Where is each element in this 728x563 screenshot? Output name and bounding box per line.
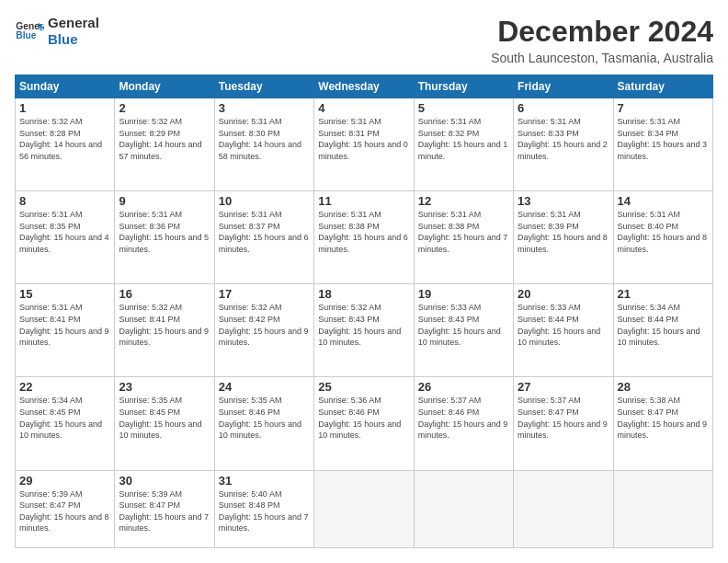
day-number: 29 [19,474,110,488]
logo-blue: Blue [48,31,99,48]
day-info: Sunrise: 5:36 AMSunset: 8:46 PMDaylight:… [318,395,409,441]
day-number: 21 [618,287,709,301]
day-number: 2 [119,101,210,115]
calendar-cell [514,470,613,547]
calendar-cell [314,470,414,547]
page: General Blue General Blue December 2024 … [0,0,728,563]
header-monday: Monday [115,75,214,98]
day-info: Sunrise: 5:31 AMSunset: 8:38 PMDaylight:… [318,209,409,255]
calendar-cell: 2Sunrise: 5:32 AMSunset: 8:29 PMDaylight… [115,98,214,191]
day-number: 20 [518,287,609,301]
day-number: 4 [318,101,409,115]
day-number: 8 [19,194,110,208]
day-number: 28 [618,380,709,394]
header-tuesday: Tuesday [214,75,313,98]
calendar-week-4: 22Sunrise: 5:34 AMSunset: 8:45 PMDayligh… [16,377,713,470]
day-info: Sunrise: 5:35 AMSunset: 8:46 PMDaylight:… [219,395,310,441]
calendar-week-2: 8Sunrise: 5:31 AMSunset: 8:35 PMDaylight… [16,191,713,284]
day-number: 7 [618,101,709,115]
calendar: Sunday Monday Tuesday Wednesday Thursday… [15,75,713,548]
calendar-cell: 10Sunrise: 5:31 AMSunset: 8:37 PMDayligh… [214,191,313,284]
calendar-cell: 6Sunrise: 5:31 AMSunset: 8:33 PMDaylight… [514,98,613,191]
calendar-cell: 27Sunrise: 5:37 AMSunset: 8:47 PMDayligh… [514,377,613,470]
day-number: 14 [618,194,709,208]
calendar-cell: 28Sunrise: 5:38 AMSunset: 8:47 PMDayligh… [613,377,712,470]
day-number: 27 [518,380,609,394]
day-number: 22 [19,380,110,394]
svg-text:Blue: Blue [16,30,36,40]
day-number: 23 [119,380,210,394]
header-saturday: Saturday [613,75,712,98]
day-number: 18 [318,287,409,301]
day-number: 31 [219,474,310,488]
calendar-cell [414,470,513,547]
day-info: Sunrise: 5:38 AMSunset: 8:47 PMDaylight:… [618,395,709,441]
page-title: December 2024 [491,15,713,49]
day-info: Sunrise: 5:34 AMSunset: 8:44 PMDaylight:… [618,302,709,348]
day-number: 5 [418,101,509,115]
day-info: Sunrise: 5:31 AMSunset: 8:38 PMDaylight:… [418,209,509,255]
calendar-cell: 29Sunrise: 5:39 AMSunset: 8:47 PMDayligh… [16,470,115,547]
calendar-cell: 18Sunrise: 5:32 AMSunset: 8:43 PMDayligh… [314,284,414,377]
page-subtitle: South Launceston, Tasmania, Australia [491,51,713,65]
day-info: Sunrise: 5:33 AMSunset: 8:44 PMDaylight:… [518,302,609,348]
calendar-cell: 8Sunrise: 5:31 AMSunset: 8:35 PMDaylight… [16,191,115,284]
title-block: December 2024 South Launceston, Tasmania… [491,15,713,65]
day-info: Sunrise: 5:32 AMSunset: 8:43 PMDaylight:… [318,302,409,348]
day-info: Sunrise: 5:37 AMSunset: 8:46 PMDaylight:… [418,395,509,441]
calendar-header-row: Sunday Monday Tuesday Wednesday Thursday… [16,75,713,98]
calendar-cell: 5Sunrise: 5:31 AMSunset: 8:32 PMDaylight… [414,98,513,191]
calendar-cell: 12Sunrise: 5:31 AMSunset: 8:38 PMDayligh… [414,191,513,284]
day-number: 13 [518,194,609,208]
calendar-cell: 22Sunrise: 5:34 AMSunset: 8:45 PMDayligh… [16,377,115,470]
day-info: Sunrise: 5:34 AMSunset: 8:45 PMDaylight:… [19,395,110,441]
day-info: Sunrise: 5:32 AMSunset: 8:41 PMDaylight:… [119,302,210,348]
day-number: 25 [318,380,409,394]
day-number: 17 [219,287,310,301]
day-number: 3 [219,101,310,115]
calendar-cell: 20Sunrise: 5:33 AMSunset: 8:44 PMDayligh… [514,284,613,377]
day-info: Sunrise: 5:40 AMSunset: 8:48 PMDaylight:… [219,488,310,534]
day-info: Sunrise: 5:31 AMSunset: 8:37 PMDaylight:… [219,209,310,255]
day-info: Sunrise: 5:31 AMSunset: 8:39 PMDaylight:… [518,209,609,255]
day-info: Sunrise: 5:31 AMSunset: 8:30 PMDaylight:… [219,116,310,162]
day-number: 11 [318,194,409,208]
day-number: 26 [418,380,509,394]
day-number: 1 [19,101,110,115]
logo: General Blue General Blue [15,15,99,48]
day-info: Sunrise: 5:31 AMSunset: 8:35 PMDaylight:… [19,209,110,255]
day-number: 16 [119,287,210,301]
day-info: Sunrise: 5:39 AMSunset: 8:47 PMDaylight:… [19,488,110,534]
calendar-week-3: 15Sunrise: 5:31 AMSunset: 8:41 PMDayligh… [16,284,713,377]
day-info: Sunrise: 5:35 AMSunset: 8:45 PMDaylight:… [119,395,210,441]
calendar-cell: 1Sunrise: 5:32 AMSunset: 8:28 PMDaylight… [16,98,115,191]
calendar-cell: 15Sunrise: 5:31 AMSunset: 8:41 PMDayligh… [16,284,115,377]
day-number: 10 [219,194,310,208]
calendar-cell: 26Sunrise: 5:37 AMSunset: 8:46 PMDayligh… [414,377,513,470]
calendar-cell: 4Sunrise: 5:31 AMSunset: 8:31 PMDaylight… [314,98,414,191]
day-number: 30 [119,474,210,488]
calendar-cell: 30Sunrise: 5:39 AMSunset: 8:47 PMDayligh… [115,470,214,547]
day-info: Sunrise: 5:39 AMSunset: 8:47 PMDaylight:… [119,488,210,534]
calendar-cell: 11Sunrise: 5:31 AMSunset: 8:38 PMDayligh… [314,191,414,284]
day-info: Sunrise: 5:31 AMSunset: 8:31 PMDaylight:… [318,116,409,162]
calendar-cell: 7Sunrise: 5:31 AMSunset: 8:34 PMDaylight… [613,98,712,191]
calendar-cell: 23Sunrise: 5:35 AMSunset: 8:45 PMDayligh… [115,377,214,470]
header-thursday: Thursday [414,75,513,98]
calendar-week-1: 1Sunrise: 5:32 AMSunset: 8:28 PMDaylight… [16,98,713,191]
day-info: Sunrise: 5:32 AMSunset: 8:42 PMDaylight:… [219,302,310,348]
calendar-cell: 17Sunrise: 5:32 AMSunset: 8:42 PMDayligh… [214,284,313,377]
day-info: Sunrise: 5:31 AMSunset: 8:36 PMDaylight:… [119,209,210,255]
day-number: 24 [219,380,310,394]
calendar-cell: 21Sunrise: 5:34 AMSunset: 8:44 PMDayligh… [613,284,712,377]
header-wednesday: Wednesday [314,75,414,98]
calendar-cell: 24Sunrise: 5:35 AMSunset: 8:46 PMDayligh… [214,377,313,470]
day-number: 15 [19,287,110,301]
day-info: Sunrise: 5:32 AMSunset: 8:28 PMDaylight:… [19,116,110,162]
calendar-cell: 31Sunrise: 5:40 AMSunset: 8:48 PMDayligh… [214,470,313,547]
logo-general: General [48,15,99,31]
day-info: Sunrise: 5:31 AMSunset: 8:32 PMDaylight:… [418,116,509,162]
calendar-cell: 25Sunrise: 5:36 AMSunset: 8:46 PMDayligh… [314,377,414,470]
header: General Blue General Blue December 2024 … [15,15,713,65]
day-number: 6 [518,101,609,115]
